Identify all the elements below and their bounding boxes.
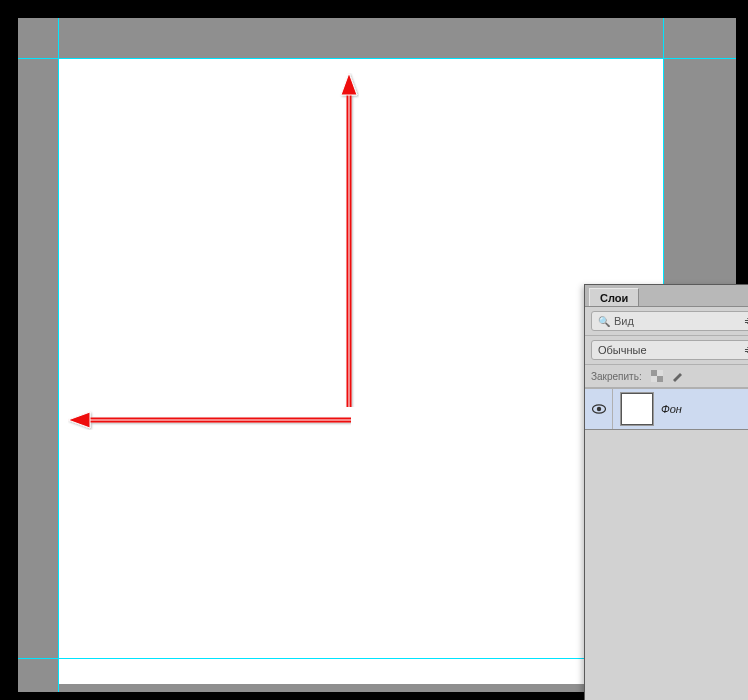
svg-rect-6 <box>651 370 657 376</box>
eye-icon <box>592 404 606 414</box>
layers-list: Фон <box>585 388 748 430</box>
blend-mode-select[interactable]: Обычные ≑ <box>591 340 748 360</box>
svg-rect-8 <box>657 370 663 376</box>
lock-icons-group <box>650 369 684 383</box>
tab-layers[interactable]: Слои <box>589 288 639 306</box>
document-canvas[interactable] <box>58 58 663 684</box>
lock-transparency-icon[interactable] <box>650 369 664 383</box>
layers-panel: Слои 🔍 Вид ≑ Обычные ≑ Закрепить: <box>584 284 748 700</box>
app-frame: Слои 🔍 Вид ≑ Обычные ≑ Закрепить: <box>4 4 744 696</box>
svg-rect-7 <box>657 376 663 382</box>
canvas-workspace[interactable]: Слои 🔍 Вид ≑ Обычные ≑ Закрепить: <box>18 18 736 692</box>
search-icon: 🔍 <box>598 316 610 327</box>
svg-rect-9 <box>651 376 657 382</box>
updown-arrow-icon: ≑ <box>744 345 748 355</box>
guide-vertical-left[interactable] <box>58 18 59 692</box>
blend-mode-label: Обычные <box>598 344 647 356</box>
lock-label: Закрепить: <box>591 371 642 382</box>
layer-name-label[interactable]: Фон <box>661 403 682 415</box>
svg-point-11 <box>596 407 600 411</box>
layer-kind-filter-label: Вид <box>614 315 634 327</box>
guide-horizontal-top[interactable] <box>18 58 736 59</box>
layer-visibility-toggle[interactable] <box>585 389 613 429</box>
lock-row: Закрепить: <box>585 365 748 388</box>
updown-arrow-icon: ≑ <box>744 316 748 326</box>
layer-thumbnail[interactable] <box>621 393 653 425</box>
lock-pixels-icon[interactable] <box>670 369 684 383</box>
blend-mode-row: Обычные ≑ <box>585 336 748 365</box>
layer-kind-filter-select[interactable]: 🔍 Вид ≑ <box>591 311 748 331</box>
layer-kind-filter-row: 🔍 Вид ≑ <box>585 307 748 336</box>
panel-tab-bar: Слои <box>585 285 748 307</box>
layer-item-background[interactable]: Фон <box>585 388 748 430</box>
